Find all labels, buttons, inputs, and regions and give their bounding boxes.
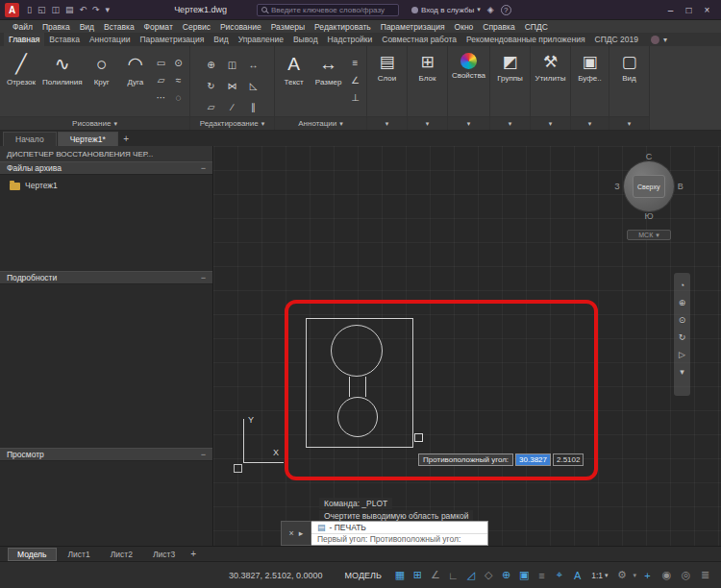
collapse-icon[interactable]: − <box>201 163 206 173</box>
panel-clipboard[interactable]: ▣ Буфе.. ▾ <box>571 46 609 130</box>
panel-groups[interactable]: ◩ Группы ▾ <box>490 46 531 130</box>
maximize-button[interactable]: □ <box>680 2 698 18</box>
ucs-y-axis[interactable] <box>243 419 244 463</box>
app-logo-button[interactable]: A <box>5 3 19 17</box>
menu-view[interactable]: Вид <box>75 22 99 32</box>
panel-utilities[interactable]: ⚒ Утилиты ▾ <box>531 46 571 130</box>
spline-icon[interactable]: ≈ <box>171 73 186 87</box>
scale-icon[interactable]: ◺ <box>244 77 262 95</box>
move-icon[interactable]: ⊕ <box>202 56 220 74</box>
menu-file[interactable]: Файл <box>8 22 37 32</box>
tab-view[interactable]: Вид <box>209 33 233 46</box>
menu-tools[interactable]: Сервис <box>178 22 215 32</box>
minimize-button[interactable]: – <box>661 2 680 18</box>
panel-modify-footer[interactable]: Редактирование ▾ <box>190 116 274 130</box>
zoom-icon[interactable]: ⊙ <box>679 315 686 325</box>
stretch-icon[interactable]: ↔ <box>244 56 262 74</box>
menu-spds[interactable]: СПДС <box>520 22 553 32</box>
viewcube-ucs-menu[interactable]: МСК ▾ <box>627 230 671 240</box>
command-prompt-row[interactable]: Первый угол: Противоположный угол: <box>311 533 487 546</box>
ucs-origin-box[interactable] <box>234 464 242 473</box>
undo-icon[interactable]: ↶ <box>80 0 87 19</box>
menu-insert[interactable]: Вставка <box>99 22 139 32</box>
copy-icon[interactable]: ◫ <box>223 56 241 74</box>
infer-constraints-icon[interactable]: ∠ <box>428 566 443 584</box>
polyline-button[interactable]: ∿ Полилиния <box>41 48 84 116</box>
workspace-caret-icon[interactable]: ▾ <box>634 572 637 579</box>
isodraft-icon[interactable]: ◇ <box>481 566 496 584</box>
viewcube-west-label[interactable]: З <box>614 182 619 191</box>
viewcube-north-label[interactable]: С <box>646 152 653 161</box>
collapse-icon[interactable]: − <box>201 450 206 459</box>
tab-home[interactable]: Главная <box>4 33 44 46</box>
viewcube[interactable]: С З Сверху В Ю МСК ▾ <box>608 152 690 240</box>
ortho-icon[interactable]: ∟ <box>445 566 460 584</box>
apps-icon[interactable]: ◈ <box>485 5 496 14</box>
filetab-drawing1[interactable]: Чертеж1* <box>58 132 118 146</box>
qat-menu-icon[interactable]: ▾ <box>106 0 111 19</box>
add-layout-button[interactable]: + <box>186 549 200 559</box>
tab-model[interactable]: Модель <box>8 548 57 561</box>
dynamic-input-x-field[interactable]: 30.3827 <box>515 453 551 466</box>
section-details[interactable]: Подробности − <box>0 271 212 284</box>
save-icon[interactable]: ◫ <box>51 0 60 19</box>
arc-button[interactable]: ◠ Дуга <box>120 48 151 116</box>
tree-item-drawing1[interactable]: Чертеж1 <box>10 181 203 190</box>
dynamic-input-y-field[interactable]: 2.5102 <box>553 453 584 466</box>
signin-button[interactable]: Вход в службы ▾ <box>411 6 481 14</box>
tab-collaborate[interactable]: Совместная работа <box>377 33 461 46</box>
rotate-icon[interactable]: ↻ <box>202 77 220 95</box>
tab-parametric[interactable]: Параметризация <box>135 33 209 46</box>
panel-draw-footer[interactable]: Рисование ▾ <box>0 116 189 130</box>
tab-addins[interactable]: Надстройки <box>323 33 378 46</box>
tolerance-icon[interactable]: ⊥ <box>348 90 362 105</box>
ellipse-icon[interactable]: ⊙ <box>171 56 186 70</box>
grid-icon[interactable]: ▦ <box>392 566 408 584</box>
annotation-monitor-icon[interactable]: + <box>639 566 656 584</box>
dynamic-input-icon[interactable]: ⌖ <box>552 566 567 584</box>
tab-featured-apps[interactable]: Рекомендованные приложения <box>461 33 589 46</box>
tab-output[interactable]: Вывод <box>288 33 323 46</box>
command-customize-icon[interactable]: ▸ <box>299 528 304 538</box>
object-snap-icon[interactable]: ▣ <box>516 566 532 584</box>
show-motion-icon[interactable]: ▷ <box>679 350 685 359</box>
section-archive-files[interactable]: Файлы архива − <box>0 161 212 175</box>
open-icon[interactable]: ◱ <box>37 0 46 19</box>
rectangle-icon[interactable]: ▭ <box>154 56 168 70</box>
pan-icon[interactable]: ⊕ <box>679 298 686 307</box>
menu-format[interactable]: Формат <box>139 22 178 32</box>
erase-icon[interactable]: ▱ <box>202 98 220 116</box>
menu-parametric[interactable]: Параметризация <box>376 22 450 32</box>
viewcube-compass[interactable]: Сверху <box>624 161 674 211</box>
menu-help[interactable]: Справка <box>478 22 519 32</box>
lineweight-icon[interactable]: ≡ <box>534 566 549 584</box>
viewcube-south-label[interactable]: Ю <box>644 211 653 221</box>
filetab-start[interactable]: Начало <box>3 132 57 146</box>
tab-layout1[interactable]: Лист1 <box>60 549 99 560</box>
new-icon[interactable]: ▯ <box>27 0 32 19</box>
collapse-icon[interactable]: − <box>201 273 206 282</box>
angle-dim-icon[interactable]: ∠ <box>348 73 362 87</box>
customization-icon[interactable]: ≣ <box>697 566 713 584</box>
ribbon-collapse-caret-icon[interactable]: ▾ <box>663 36 667 44</box>
plot-icon[interactable]: ▤ <box>65 0 74 19</box>
workspace-gear-icon[interactable]: ⚙ <box>614 566 631 584</box>
search-field[interactable]: Введите ключевое слово/фразу <box>257 4 399 16</box>
circle-button[interactable]: ○ Круг <box>87 48 117 116</box>
menu-draw[interactable]: Рисование <box>215 22 266 32</box>
tab-annotate[interactable]: Аннотации <box>85 33 136 46</box>
help-icon[interactable]: ? <box>501 5 511 15</box>
menu-edit[interactable]: Правка <box>37 22 75 32</box>
section-preview[interactable]: Просмотр − <box>0 448 212 461</box>
text-button[interactable]: А Текст <box>279 48 309 116</box>
tab-insert[interactable]: Вставка <box>44 33 85 46</box>
quick-properties-icon[interactable]: ◉ <box>659 566 675 584</box>
snap-icon[interactable]: ⊞ <box>410 566 425 584</box>
trim-icon[interactable]: ∕ <box>223 98 241 116</box>
dimension-button[interactable]: ↔ Размер <box>311 48 345 116</box>
panel-layers[interactable]: ▤ Слои ▾ <box>367 46 408 130</box>
region-icon[interactable]: ◌ <box>171 90 186 105</box>
new-drawing-tab-button[interactable]: + <box>119 132 134 146</box>
command-close-icon[interactable]: × <box>289 528 294 538</box>
menu-window[interactable]: Окно <box>450 22 479 32</box>
